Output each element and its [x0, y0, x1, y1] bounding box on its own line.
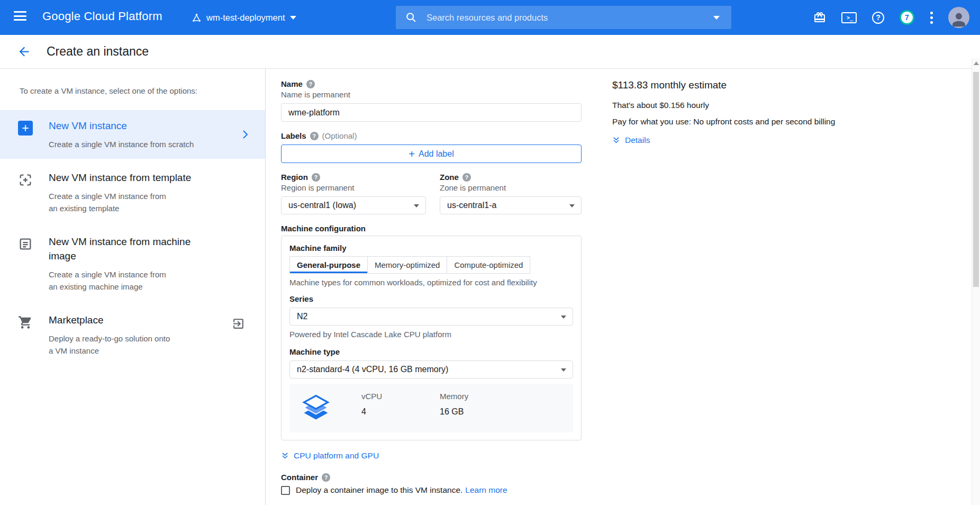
- machine-specs-panel: vCPU 4 Memory 16 GB: [289, 384, 573, 432]
- scroll-up-arrow-icon[interactable]: [974, 61, 979, 65]
- zone-value: us-central1-a: [447, 201, 496, 210]
- estimate-hourly: That's about $0.156 hourly: [612, 101, 866, 110]
- option-desc: Create a single VM instance from scratch: [49, 138, 242, 150]
- cpu-platform-gpu-text: CPU platform and GPU: [294, 451, 379, 461]
- labels-optional: (Optional): [322, 131, 357, 140]
- name-note: Name is permanent: [281, 90, 582, 99]
- plus-icon: +: [409, 149, 415, 159]
- zone-label: Zone: [440, 173, 459, 182]
- vertical-scrollbar[interactable]: [972, 58, 980, 505]
- double-chevron-down-icon: [612, 136, 620, 145]
- region-value: us-central1 (Iowa): [288, 201, 356, 210]
- add-label-button[interactable]: + Add label: [281, 145, 582, 163]
- container-label: Container: [281, 473, 318, 482]
- dropdown-caret-icon: [569, 204, 575, 208]
- region-select[interactable]: us-central1 (Iowa): [281, 196, 426, 214]
- tab-compute-optimized[interactable]: Compute-optimized: [447, 256, 530, 274]
- search-scope-caret-icon[interactable]: [713, 16, 720, 20]
- series-select[interactable]: N2: [289, 308, 573, 326]
- create-options-sidebar: To create a VM instance, select one of t…: [0, 69, 266, 505]
- memory-label: Memory: [440, 392, 518, 401]
- learn-more-link[interactable]: Learn more: [465, 485, 507, 495]
- project-selector[interactable]: wm-test-deployment: [192, 0, 296, 35]
- sidebar-item-new-vm-from-template[interactable]: New VM instance from template Create a s…: [0, 162, 265, 223]
- estimate-details-text: Details: [625, 136, 650, 145]
- estimate-title: $113.83 monthly estimate: [612, 79, 866, 91]
- help-circle-icon[interactable]: ?: [310, 132, 319, 140]
- vm-template-icon: [17, 172, 33, 188]
- estimate-details-link[interactable]: Details: [612, 136, 650, 145]
- series-note: Powered by Intel Cascade Lake CPU platfo…: [289, 330, 573, 339]
- search-bar[interactable]: Search resources and products: [396, 6, 731, 29]
- deploy-container-checkbox[interactable]: [281, 486, 290, 495]
- sidebar-intro: To create a VM instance, select one of t…: [20, 86, 246, 95]
- deploy-container-text: Deploy a container image to this VM inst…: [296, 485, 462, 495]
- series-value: N2: [297, 312, 307, 321]
- search-icon: [405, 12, 417, 23]
- hamburger-menu-icon[interactable]: [14, 11, 28, 24]
- zone-note: Zone is permanent: [440, 183, 582, 192]
- double-chevron-down-icon: [281, 452, 289, 460]
- tab-memory-optimized[interactable]: Memory-optimized: [367, 256, 447, 274]
- tab-general-purpose[interactable]: General-purpose: [289, 256, 368, 274]
- brand-logo[interactable]: Google Cloud Platform: [42, 10, 162, 23]
- sidebar-item-marketplace[interactable]: Marketplace Deploy a ready-to-go solutio…: [0, 304, 265, 365]
- app-header: Google Cloud Platform wm-test-deployment…: [0, 0, 980, 35]
- help-circle-icon[interactable]: ?: [312, 173, 320, 182]
- chevron-down-icon: [290, 16, 296, 20]
- machine-image-icon: [17, 236, 33, 252]
- instance-form: Name ? Name is permanent Labels ? (Optio…: [266, 69, 980, 505]
- option-title: Marketplace: [49, 313, 214, 327]
- region-note: Region is permanent: [281, 183, 426, 192]
- layers-icon: [300, 392, 332, 423]
- header-actions: >_ ? 7: [813, 0, 969, 35]
- add-label-text: Add label: [419, 149, 454, 159]
- machine-family-hint: Machine types for common workloads, opti…: [289, 278, 573, 287]
- page-toolbar: Create an instance: [0, 35, 980, 69]
- dropdown-caret-icon: [414, 204, 419, 208]
- project-name: wm-test-deployment: [206, 13, 285, 23]
- help-icon[interactable]: ?: [872, 12, 884, 24]
- machine-type-value: n2-standard-4 (4 vCPU, 16 GB memory): [297, 365, 448, 374]
- series-label: Series: [289, 294, 573, 303]
- gift-icon[interactable]: [813, 11, 826, 24]
- gcp-console: Google Cloud Platform wm-test-deployment…: [0, 0, 980, 505]
- machine-configuration-card: Machine family General-purpose Memory-op…: [281, 236, 582, 440]
- machine-type-label: Machine type: [289, 347, 573, 356]
- sidebar-item-new-vm-instance[interactable]: + New VM instance Create a single VM ins…: [0, 110, 265, 159]
- help-circle-icon[interactable]: ?: [462, 173, 471, 182]
- option-desc: Deploy a ready-to-go solution onto a VM …: [49, 332, 242, 357]
- sidebar-item-new-vm-from-machine-image[interactable]: New VM instance from machine image Creat…: [0, 226, 265, 301]
- help-circle-icon[interactable]: ?: [306, 80, 315, 88]
- machine-family-tabs: General-purpose Memory-optimized Compute…: [289, 256, 573, 274]
- option-title: New VM instance: [49, 119, 214, 133]
- overflow-menu-icon[interactable]: [930, 11, 933, 24]
- cloud-shell-icon[interactable]: >_: [841, 12, 857, 23]
- page-title: Create an instance: [47, 44, 149, 59]
- search-placeholder: Search resources and products: [427, 13, 713, 23]
- name-label: Name: [281, 79, 303, 88]
- option-desc: Create a single VM instance from an exis…: [49, 190, 242, 214]
- name-input[interactable]: [281, 103, 582, 122]
- cpu-platform-gpu-link[interactable]: CPU platform and GPU: [281, 451, 379, 461]
- help-circle-icon[interactable]: ?: [322, 473, 330, 482]
- notifications-badge[interactable]: 7: [900, 10, 914, 25]
- scrollbar-thumb[interactable]: [973, 72, 979, 287]
- machine-type-select[interactable]: n2-standard-4 (4 vCPU, 16 GB memory): [289, 360, 573, 378]
- option-title: New VM instance from template: [49, 170, 214, 185]
- option-desc: Create a single VM instance from an exis…: [49, 268, 242, 293]
- zone-select[interactable]: us-central1-a: [440, 196, 582, 214]
- cost-estimate-panel: $113.83 monthly estimate That's about $0…: [612, 79, 866, 147]
- marketplace-cart-icon: [17, 314, 33, 330]
- machine-configuration-title: Machine configuration: [281, 224, 582, 233]
- dropdown-caret-icon: [561, 315, 566, 319]
- vcpu-label: vCPU: [361, 392, 440, 401]
- back-arrow-icon[interactable]: [16, 44, 32, 60]
- vm-instance-icon: +: [17, 120, 33, 136]
- dropdown-caret-icon: [561, 368, 566, 372]
- machine-family-label: Machine family: [289, 244, 573, 252]
- avatar[interactable]: [948, 7, 969, 28]
- option-title: New VM instance from machine image: [49, 235, 214, 263]
- vcpu-value: 4: [361, 407, 440, 417]
- open-in-icon: [232, 317, 245, 330]
